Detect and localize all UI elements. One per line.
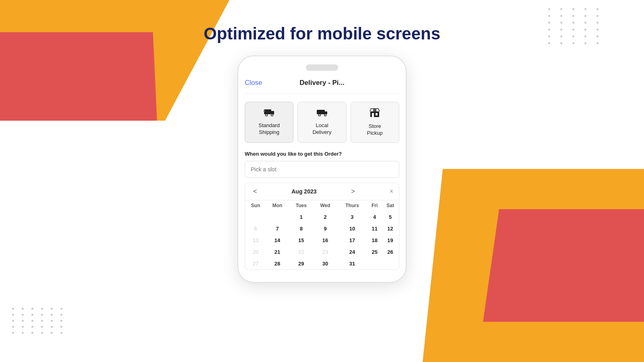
calendar-week-row: 2728293031	[245, 258, 399, 269]
calendar-day[interactable]: 19	[382, 234, 399, 246]
standard-shipping-icon	[264, 108, 275, 119]
slot-question: When would you like to get this Order?	[245, 151, 399, 157]
svg-point-2	[265, 114, 267, 116]
phone-header: Close Delivery - Pi...	[245, 77, 399, 94]
slot-input[interactable]	[245, 161, 399, 178]
svg-rect-11	[376, 113, 378, 115]
calendar-body: 1234567891011121314151617181920212223242…	[245, 211, 399, 269]
local-delivery-icon	[316, 108, 328, 119]
calendar-day: 13	[245, 234, 266, 246]
calendar-day[interactable]: 26	[382, 246, 399, 258]
calendar-day-header: Thurs	[337, 200, 367, 211]
calendar-day[interactable]: 10	[337, 223, 367, 234]
local-delivery-option[interactable]: LocalDelivery	[297, 102, 346, 143]
calendar-day	[266, 211, 289, 223]
calendar-day[interactable]: 24	[337, 246, 367, 258]
calendar-day[interactable]: 25	[367, 246, 382, 258]
calendar-day[interactable]: 3	[337, 211, 367, 223]
calendar-day[interactable]: 14	[266, 234, 289, 246]
calendar-day	[245, 211, 266, 223]
calendar-day: 20	[245, 246, 266, 258]
calendar-week-row: 20212223242526	[245, 246, 399, 258]
calendar-day[interactable]: 30	[314, 258, 336, 269]
calendar-day-header: Tues	[289, 200, 314, 211]
calendar-day: 6	[245, 223, 266, 234]
phone-notch	[306, 64, 338, 71]
calendar-day-header: Wed	[314, 200, 336, 211]
calendar-day	[382, 258, 399, 269]
svg-point-7	[318, 114, 320, 116]
calendar-day: 22	[289, 246, 314, 258]
main-content: Optimized for mobile screens Close Deliv…	[161, 24, 483, 283]
calendar-day	[367, 258, 382, 269]
svg-rect-10	[372, 113, 374, 117]
calendar-week-row: 12345	[245, 211, 399, 223]
svg-rect-4	[264, 110, 265, 112]
phone-mockup: Close Delivery - Pi... StandardShipping	[237, 56, 407, 283]
calendar-week-row: 6789101112	[245, 223, 399, 234]
calendar-day[interactable]: 15	[289, 234, 314, 246]
next-month-button[interactable]: >	[349, 187, 357, 196]
calendar-day[interactable]: 16	[314, 234, 336, 246]
calendar-day[interactable]: 4	[367, 211, 382, 223]
calendar-day[interactable]: 11	[367, 223, 382, 234]
calendar-table: SunMonTuesWedThursFriSat 123456789101112…	[245, 200, 399, 269]
standard-shipping-label: StandardShipping	[258, 122, 280, 136]
dots-bottom-left	[8, 304, 70, 338]
red-shape-top	[0, 32, 157, 121]
calendar-day: 23	[314, 246, 336, 258]
svg-point-8	[324, 114, 326, 116]
calendar: < Aug 2023 > × SunMonTuesWedThursFriSat …	[245, 183, 399, 270]
local-delivery-label: LocalDelivery	[313, 122, 332, 136]
calendar-day: 27	[245, 258, 266, 269]
calendar-day[interactable]: 18	[367, 234, 382, 246]
calendar-day-header: Sun	[245, 200, 266, 211]
calendar-day[interactable]: 31	[337, 258, 367, 269]
calendar-day[interactable]: 17	[337, 234, 367, 246]
svg-rect-1	[271, 111, 274, 114]
delivery-options: StandardShipping LocalDelivery	[245, 102, 399, 143]
calendar-day[interactable]: 21	[266, 246, 289, 258]
store-pickup-icon	[369, 108, 380, 120]
close-button[interactable]: Close	[245, 79, 262, 87]
calendar-month: Aug 2023	[291, 188, 316, 195]
calendar-day[interactable]: 7	[266, 223, 289, 234]
calendar-days-header: SunMonTuesWedThursFriSat	[245, 200, 399, 211]
calendar-close-button[interactable]: ×	[390, 188, 393, 195]
dots-top-right	[540, 0, 612, 52]
calendar-day-header: Mon	[266, 200, 289, 211]
calendar-day[interactable]: 1	[289, 211, 314, 223]
svg-rect-5	[317, 110, 325, 114]
calendar-day[interactable]: 2	[314, 211, 336, 223]
calendar-day[interactable]: 8	[289, 223, 314, 234]
calendar-day[interactable]: 29	[289, 258, 314, 269]
calendar-day[interactable]: 5	[382, 211, 399, 223]
standard-shipping-option[interactable]: StandardShipping	[245, 102, 293, 143]
svg-rect-0	[264, 109, 271, 114]
phone-title: Delivery - Pi...	[299, 79, 345, 87]
calendar-day[interactable]: 28	[266, 258, 289, 269]
calendar-week-row: 13141516171819	[245, 234, 399, 246]
red-shape-right	[483, 209, 644, 322]
store-pickup-option[interactable]: StorePickup	[351, 102, 399, 143]
calendar-day-header: Sat	[382, 200, 399, 211]
svg-rect-9	[370, 111, 379, 117]
calendar-header: < Aug 2023 > ×	[245, 183, 399, 200]
calendar-day-header: Fri	[367, 200, 382, 211]
calendar-day[interactable]: 9	[314, 223, 336, 234]
page-title: Optimized for mobile screens	[204, 24, 440, 43]
store-pickup-label: StorePickup	[367, 123, 383, 137]
prev-month-button[interactable]: <	[251, 187, 259, 196]
svg-point-3	[271, 114, 273, 116]
svg-rect-12	[373, 109, 376, 111]
calendar-day[interactable]: 12	[382, 223, 399, 234]
